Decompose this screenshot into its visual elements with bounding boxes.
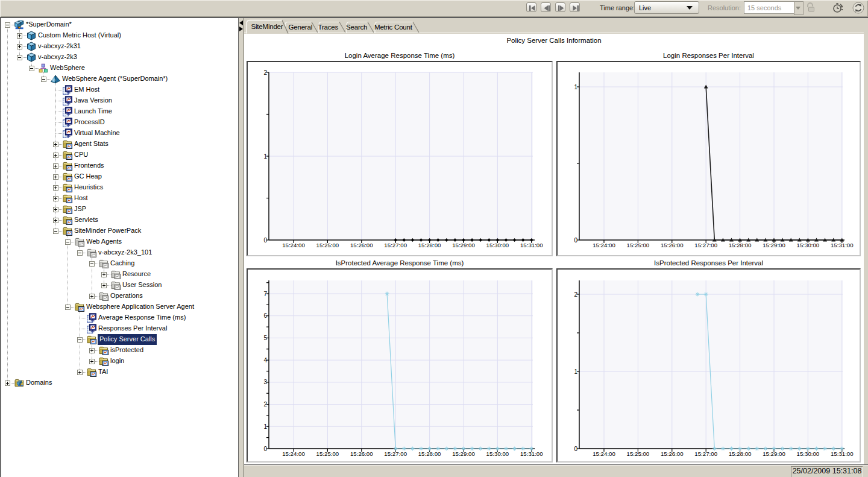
svg-text:15:29:00: 15:29:00 <box>452 450 475 457</box>
svg-text:15:29:00: 15:29:00 <box>763 450 785 457</box>
svg-text:5: 5 <box>263 335 267 341</box>
svg-text:2: 2 <box>574 291 577 298</box>
svg-text:15:28:00: 15:28:00 <box>729 242 752 248</box>
svg-text:SiteMinder: SiteMinder <box>251 22 283 30</box>
svg-text:15:31:00: 15:31:00 <box>831 450 854 457</box>
svg-text:15:27:00: 15:27:00 <box>384 450 407 457</box>
svg-text:15:24:00: 15:24:00 <box>282 242 305 248</box>
svg-text:15:25:00: 15:25:00 <box>316 242 339 248</box>
svg-text:15:30:00: 15:30:00 <box>486 242 509 248</box>
svg-text:15:30:00: 15:30:00 <box>797 242 820 248</box>
svg-text:Search: Search <box>346 23 367 31</box>
svg-text:15:31:00: 15:31:00 <box>831 242 854 248</box>
svg-text:15:25:00: 15:25:00 <box>627 450 650 457</box>
svg-text:15:31:00: 15:31:00 <box>520 242 543 248</box>
svg-text:15:30:00: 15:30:00 <box>486 450 509 457</box>
svg-text:15:31:00: 15:31:00 <box>520 450 543 457</box>
svg-text:7: 7 <box>263 291 267 297</box>
svg-text:6: 6 <box>263 312 267 319</box>
svg-text:3: 3 <box>263 379 267 385</box>
svg-text:15:25:00: 15:25:00 <box>316 450 339 457</box>
svg-text:Traces: Traces <box>318 23 339 31</box>
svg-text:15:28:00: 15:28:00 <box>418 450 441 457</box>
svg-text:1: 1 <box>574 84 577 90</box>
svg-text:15:29:00: 15:29:00 <box>452 242 475 248</box>
svg-text:2: 2 <box>263 69 267 76</box>
svg-text:15:24:00: 15:24:00 <box>282 450 305 457</box>
svg-text:15:26:00: 15:26:00 <box>350 450 373 457</box>
svg-text:1: 1 <box>263 423 267 430</box>
svg-text:15:25:00: 15:25:00 <box>627 242 650 248</box>
svg-text:15:24:00: 15:24:00 <box>593 242 615 248</box>
svg-text:15:29:00: 15:29:00 <box>763 242 785 248</box>
svg-text:15:28:00: 15:28:00 <box>729 450 752 457</box>
svg-text:15:24:00: 15:24:00 <box>593 450 615 457</box>
svg-text:0: 0 <box>574 237 577 244</box>
svg-text:1: 1 <box>574 368 577 375</box>
svg-text:15:27:00: 15:27:00 <box>384 242 407 248</box>
svg-text:15:30:00: 15:30:00 <box>797 450 820 457</box>
svg-text:General: General <box>289 23 313 31</box>
svg-text:15:28:00: 15:28:00 <box>418 242 441 248</box>
svg-text:0: 0 <box>263 237 267 244</box>
svg-text:15:27:00: 15:27:00 <box>694 450 717 457</box>
svg-text:2: 2 <box>263 401 267 408</box>
svg-text:0: 0 <box>574 446 577 452</box>
svg-text:15:27:00: 15:27:00 <box>694 242 717 248</box>
svg-text:15:26:00: 15:26:00 <box>661 450 684 457</box>
svg-text:4: 4 <box>263 357 267 364</box>
svg-text:Metric Count: Metric Count <box>374 23 413 31</box>
svg-text:0: 0 <box>263 446 267 452</box>
svg-text:1: 1 <box>263 153 267 160</box>
svg-text:15:26:00: 15:26:00 <box>661 242 684 248</box>
svg-text:15:26:00: 15:26:00 <box>350 242 373 248</box>
